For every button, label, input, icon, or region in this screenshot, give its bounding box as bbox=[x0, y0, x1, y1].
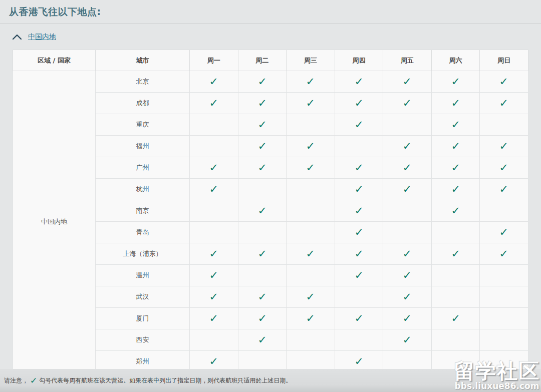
city-cell: 厦门 bbox=[96, 308, 190, 329]
empty-day-cell bbox=[383, 114, 432, 136]
city-cell: 青岛 bbox=[96, 222, 190, 243]
column-header: 周三 bbox=[287, 50, 335, 71]
check-icon: ✓ bbox=[306, 141, 315, 152]
flight-day-cell: ✓ bbox=[383, 308, 432, 329]
region-cell: 中国内地 bbox=[13, 71, 96, 372]
check-icon: ✓ bbox=[354, 206, 363, 216]
flight-day-cell: ✓ bbox=[431, 243, 480, 265]
empty-day-cell bbox=[190, 114, 238, 136]
footer-note-prefix: 请注意， bbox=[4, 376, 28, 385]
empty-day-cell bbox=[335, 136, 383, 157]
check-icon: ✓ bbox=[403, 313, 412, 324]
empty-day-cell bbox=[431, 222, 480, 243]
flight-day-cell: ✓ bbox=[335, 157, 383, 179]
check-icon: ✓ bbox=[451, 120, 460, 130]
flight-day-cell: ✓ bbox=[190, 265, 238, 286]
empty-day-cell bbox=[480, 114, 528, 136]
flight-day-cell: ✓ bbox=[287, 308, 335, 329]
empty-day-cell bbox=[287, 265, 335, 286]
flight-day-cell: ✓ bbox=[190, 179, 238, 200]
check-icon: ✓ bbox=[451, 141, 460, 152]
check-icon: ✓ bbox=[209, 77, 218, 87]
column-header: 周四 bbox=[335, 50, 383, 71]
check-icon: ✓ bbox=[354, 227, 363, 238]
flight-day-cell: ✓ bbox=[190, 286, 238, 308]
check-icon: ✓ bbox=[499, 77, 508, 87]
flight-day-cell: ✓ bbox=[431, 114, 480, 136]
chevron-up-icon[interactable] bbox=[12, 34, 22, 40]
flight-day-cell: ✓ bbox=[287, 157, 335, 179]
check-icon: ✓ bbox=[403, 249, 412, 259]
section-link-mainland-china[interactable]: 中国内地 bbox=[28, 33, 56, 42]
flight-day-cell: ✓ bbox=[383, 157, 432, 179]
check-icon: ✓ bbox=[306, 98, 315, 109]
check-icon: ✓ bbox=[354, 270, 363, 281]
flight-day-cell: ✓ bbox=[287, 286, 335, 308]
flight-day-cell: ✓ bbox=[335, 222, 383, 243]
check-icon: ✓ bbox=[499, 184, 508, 195]
flight-day-cell: ✓ bbox=[287, 243, 335, 265]
flight-day-cell: ✓ bbox=[431, 200, 480, 222]
check-icon: ✓ bbox=[209, 292, 218, 302]
column-header: 周五 bbox=[383, 50, 432, 71]
check-icon: ✓ bbox=[403, 163, 412, 173]
city-cell: 西安 bbox=[96, 329, 190, 351]
check-icon: ✓ bbox=[499, 141, 508, 152]
empty-day-cell bbox=[190, 200, 238, 222]
flight-day-cell: ✓ bbox=[431, 157, 480, 179]
flight-day-cell: ✓ bbox=[238, 93, 287, 114]
flight-day-cell: ✓ bbox=[431, 71, 480, 93]
check-icon: ✓ bbox=[354, 163, 363, 173]
flight-day-cell: ✓ bbox=[383, 329, 432, 351]
flight-day-cell: ✓ bbox=[190, 243, 238, 265]
check-icon: ✓ bbox=[354, 356, 363, 367]
empty-day-cell bbox=[431, 265, 480, 286]
check-icon: ✓ bbox=[306, 313, 315, 324]
city-cell: 重庆 bbox=[96, 114, 190, 136]
flight-day-cell: ✓ bbox=[335, 243, 383, 265]
flight-day-cell: ✓ bbox=[480, 93, 528, 114]
flight-day-cell: ✓ bbox=[238, 286, 287, 308]
flight-day-cell: ✓ bbox=[431, 136, 480, 157]
flight-day-cell: ✓ bbox=[480, 243, 528, 265]
check-icon: ✓ bbox=[354, 98, 363, 109]
flight-day-cell: ✓ bbox=[383, 286, 432, 308]
empty-day-cell bbox=[480, 200, 528, 222]
check-icon: ✓ bbox=[499, 163, 508, 173]
check-icon: ✓ bbox=[499, 227, 508, 238]
flight-day-cell: ✓ bbox=[190, 93, 238, 114]
flight-day-cell: ✓ bbox=[190, 308, 238, 329]
empty-day-cell bbox=[287, 114, 335, 136]
empty-day-cell bbox=[335, 329, 383, 351]
flight-day-cell: ✓ bbox=[287, 71, 335, 93]
check-icon: ✓ bbox=[354, 77, 363, 87]
city-cell: 广州 bbox=[96, 157, 190, 179]
check-icon: ✓ bbox=[499, 98, 508, 109]
check-icon: ✓ bbox=[209, 249, 218, 259]
empty-day-cell bbox=[383, 200, 432, 222]
flight-day-cell: ✓ bbox=[287, 136, 335, 157]
check-icon: ✓ bbox=[451, 313, 460, 324]
check-icon: ✓ bbox=[499, 249, 508, 259]
flight-day-cell: ✓ bbox=[238, 308, 287, 329]
column-header: 周日 bbox=[480, 50, 528, 71]
city-cell: 杭州 bbox=[96, 179, 190, 200]
empty-day-cell bbox=[335, 286, 383, 308]
flight-day-cell: ✓ bbox=[190, 157, 238, 179]
empty-day-cell bbox=[287, 179, 335, 200]
flight-day-cell: ✓ bbox=[238, 157, 287, 179]
flight-day-cell: ✓ bbox=[431, 93, 480, 114]
check-icon: ✓ bbox=[403, 141, 412, 152]
check-icon: ✓ bbox=[209, 356, 218, 367]
empty-day-cell bbox=[431, 286, 480, 308]
empty-day-cell bbox=[287, 200, 335, 222]
check-icon: ✓ bbox=[451, 249, 460, 259]
city-cell: 温州 bbox=[96, 265, 190, 286]
section-toggle-mainland-china[interactable]: 中国内地 bbox=[12, 32, 541, 43]
city-cell: 北京 bbox=[96, 71, 190, 93]
flight-day-cell: ✓ bbox=[335, 179, 383, 200]
empty-day-cell bbox=[190, 329, 238, 351]
title-divider bbox=[0, 24, 541, 24]
flight-day-cell: ✓ bbox=[480, 222, 528, 243]
flight-day-cell: ✓ bbox=[480, 71, 528, 93]
